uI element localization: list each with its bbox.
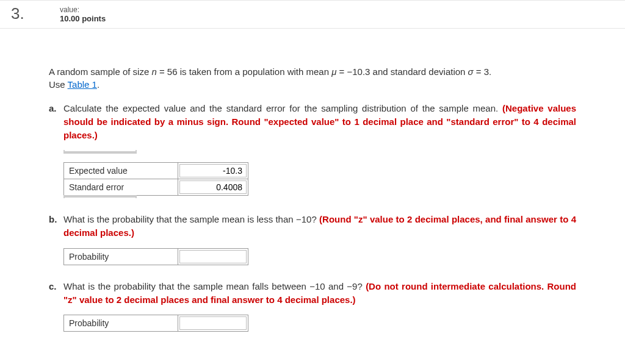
- part-c-prompt: What is the probability that the sample …: [63, 281, 366, 291]
- use-word: Use: [49, 79, 68, 90]
- standard-error-input[interactable]: [179, 180, 247, 194]
- part-c: c. What is the probability that the samp…: [49, 280, 576, 332]
- value-label: value:: [60, 5, 106, 14]
- part-a-body: Calculate the expected value and the sta…: [63, 102, 576, 141]
- sigma-var: σ: [468, 66, 474, 77]
- table-row: Standard error: [64, 179, 248, 196]
- probability-c-input[interactable]: [179, 316, 247, 330]
- table-row: Probability: [64, 248, 248, 265]
- table-decor: [63, 195, 137, 198]
- part-a-prompt: Calculate the expected value and the sta…: [63, 103, 502, 113]
- question-header: 3. value: 10.00 points: [0, 0, 625, 29]
- table-row: Expected value: [64, 163, 248, 179]
- table-decor: [63, 150, 137, 154]
- probability-b-input[interactable]: [179, 250, 247, 263]
- part-a-letter: a.: [49, 102, 63, 115]
- question-number: 3.: [0, 5, 60, 21]
- part-c-letter: c.: [49, 280, 63, 293]
- intro-seg-1: A random sample of size: [49, 66, 151, 77]
- intro-text: A random sample of size n = 56 is taken …: [49, 65, 576, 91]
- probability-c-label: Probability: [64, 315, 178, 332]
- question-content: A random sample of size n = 56 is taken …: [0, 29, 625, 359]
- standard-error-label: Standard error: [64, 179, 178, 196]
- part-a: a. Calculate the expected value and the …: [49, 102, 576, 198]
- probability-b-label: Probability: [64, 248, 178, 265]
- points-value: 10.00 points: [60, 14, 106, 23]
- expected-value-label: Expected value: [64, 163, 178, 179]
- part-b-prompt: What is the probability that the sample …: [63, 214, 319, 224]
- intro-seg-4: = 3.: [474, 66, 492, 77]
- part-c-body: What is the probability that the sample …: [63, 280, 576, 307]
- table-link[interactable]: Table 1: [68, 79, 97, 90]
- part-b-body: What is the probability that the sample …: [63, 213, 576, 240]
- part-a-table: Expected value Standard error: [63, 162, 248, 196]
- intro-seg-2: = 56 is taken from a population with mea…: [157, 66, 331, 77]
- intro-period: .: [97, 79, 99, 90]
- part-c-table: Probability: [63, 315, 248, 332]
- part-b-letter: b.: [49, 213, 63, 226]
- part-b-table: Probability: [63, 248, 248, 265]
- intro-seg-3: = −10.3 and standard deviation: [336, 66, 468, 77]
- table-row: Probability: [64, 315, 248, 332]
- part-b: b. What is the probability that the samp…: [49, 213, 576, 265]
- n-var: n: [151, 66, 156, 77]
- points-block: value: 10.00 points: [60, 5, 106, 23]
- expected-value-input[interactable]: [179, 164, 247, 177]
